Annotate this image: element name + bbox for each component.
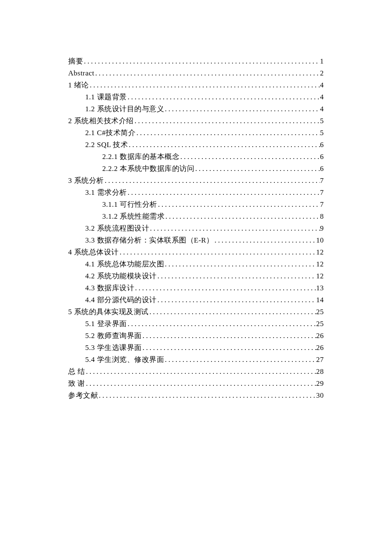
toc-entry-page: 13 (316, 282, 324, 294)
toc-entry-title: 参考文献 (68, 390, 98, 402)
toc-entry: 摘要1 (68, 55, 324, 67)
toc-entry-title: 2 系统相关技术介绍 (68, 115, 134, 127)
toc-entry-page: 25 (316, 306, 324, 318)
toc-entry: 3 系统分析7 (68, 175, 324, 187)
toc-entry-title: 3.1.1 可行性分析 (102, 199, 157, 211)
toc-entry-page: 5 (320, 127, 324, 139)
toc-entry: 致 谢29 (68, 378, 324, 390)
toc-leader-dots (164, 258, 316, 270)
toc-entry: 4.4 部分源代码的设计14 (68, 294, 324, 306)
toc-leader-dots (149, 223, 320, 234)
toc-leader-dots (128, 139, 320, 151)
toc-entry: 3.3 数据存储分析：实体联系图（E-R）10 (68, 234, 324, 246)
toc-entry-page: 26 (316, 330, 324, 342)
toc-entry-page: 6 (320, 151, 324, 163)
toc-entry-title: 5.2 教师查询界面 (85, 330, 142, 342)
toc-entry: 1.1 课题背景4 (68, 91, 324, 103)
toc-entry: 3.1 需求分析7 (68, 187, 324, 199)
toc-leader-dots (119, 246, 316, 258)
toc-entry-page: 7 (320, 199, 324, 211)
toc-entry: 1.2 系统设计目的与意义4 (68, 103, 324, 115)
toc-entry-title: 4.2 系统功能模块设计 (85, 270, 157, 282)
toc-entry-page: 12 (316, 246, 324, 258)
table-of-contents: 摘要1Abstract21 绪论41.1 课题背景41.2 系统设计目的与意义4… (68, 55, 324, 402)
toc-leader-dots (164, 103, 320, 115)
toc-entry-title: 致 谢 (68, 378, 85, 390)
toc-entry-title: 总 结 (68, 366, 85, 378)
toc-entry: 4.3 数据库设计13 (68, 282, 324, 294)
toc-entry-page: 28 (316, 366, 324, 378)
toc-entry-page: 4 (320, 79, 324, 91)
toc-leader-dots (149, 306, 316, 318)
toc-entry-page: 8 (320, 211, 324, 223)
toc-leader-dots (85, 366, 316, 378)
toc-entry: 2.1 C#技术简介5 (68, 127, 324, 139)
toc-entry: 参考文献30 (68, 390, 324, 402)
toc-entry-title: 3.2 系统流程图设计 (85, 223, 149, 234)
toc-leader-dots (135, 127, 320, 139)
toc-entry-page: 27 (316, 354, 324, 366)
toc-entry-title: 摘要 (68, 55, 83, 67)
toc-entry: 2.2.1 数据库的基本概念6 (68, 151, 324, 163)
toc-leader-dots (98, 390, 316, 402)
toc-entry-title: 4 系统总体设计 (68, 246, 119, 258)
toc-leader-dots (89, 79, 320, 91)
toc-entry: 5 系统的具体实现及测试25 (68, 306, 324, 318)
toc-entry-page: 12 (316, 258, 324, 270)
toc-entry-page: 7 (320, 187, 324, 199)
toc-entry-page: 14 (316, 294, 324, 306)
toc-entry-title: 4.1 系统总体功能层次图 (85, 258, 164, 270)
toc-leader-dots (127, 187, 320, 199)
toc-leader-dots (157, 294, 317, 306)
toc-entry: 5.2 教师查询界面26 (68, 330, 324, 342)
toc-leader-dots (134, 115, 320, 127)
toc-entry: 5.1 登录界面25 (68, 318, 324, 330)
toc-entry-title: 3 系统分析 (68, 175, 104, 187)
toc-entry-title: 1 绪论 (68, 79, 89, 91)
toc-entry-title: 4.3 数据库设计 (85, 282, 134, 294)
toc-entry-page: 26 (316, 342, 324, 354)
toc-leader-dots (164, 211, 320, 223)
toc-entry-page: 7 (320, 175, 324, 187)
toc-entry-title: 1.1 课题背景 (85, 91, 127, 103)
toc-leader-dots (164, 354, 316, 366)
toc-entry-title: 5.3 学生选课界面 (85, 342, 142, 354)
toc-entry-title: 2.2.1 数据库的基本概念 (102, 151, 179, 163)
toc-entry: 4 系统总体设计12 (68, 246, 324, 258)
toc-entry: Abstract2 (68, 67, 324, 79)
toc-entry-title: 2.2 SQL 技术 (85, 139, 128, 151)
toc-leader-dots (194, 163, 320, 175)
toc-entry-title: 5 系统的具体实现及测试 (68, 306, 149, 318)
toc-entry-page: 25 (316, 318, 324, 330)
toc-entry: 1 绪论4 (68, 79, 324, 91)
toc-entry: 3.2 系统流程图设计9 (68, 223, 324, 234)
toc-entry-title: 3.1.2 系统性能需求 (102, 211, 164, 223)
toc-entry-page: 2 (320, 67, 324, 79)
toc-entry-title: 3.3 数据存储分析：实体联系图（E-R） (85, 234, 213, 246)
toc-leader-dots (157, 199, 320, 211)
toc-entry-page: 9 (320, 223, 324, 234)
toc-entry-title: 2.2.2 本系统中数据库的访问 (102, 163, 194, 175)
toc-entry-page: 4 (320, 103, 324, 115)
toc-entry: 总 结28 (68, 366, 324, 378)
toc-entry-page: 5 (320, 115, 324, 127)
toc-entry-page: 4 (320, 91, 324, 103)
toc-entry-page: 6 (320, 139, 324, 151)
toc-entry: 5.4 学生浏览、修改界面27 (68, 354, 324, 366)
toc-entry-title: Abstract (68, 67, 95, 79)
toc-leader-dots (142, 330, 317, 342)
toc-leader-dots (127, 91, 320, 103)
toc-entry-page: 1 (320, 55, 324, 67)
toc-entry: 3.1.1 可行性分析7 (68, 199, 324, 211)
toc-entry-title: 5.1 登录界面 (85, 318, 127, 330)
toc-entry: 2.2.2 本系统中数据库的访问6 (68, 163, 324, 175)
toc-entry-title: 1.2 系统设计目的与意义 (85, 103, 164, 115)
toc-entry: 4.1 系统总体功能层次图12 (68, 258, 324, 270)
toc-entry: 4.2 系统功能模块设计12 (68, 270, 324, 282)
toc-leader-dots (104, 175, 320, 187)
toc-leader-dots (142, 342, 317, 354)
toc-entry-page: 12 (316, 270, 324, 282)
toc-entry-page: 6 (320, 163, 324, 175)
toc-leader-dots (95, 67, 320, 79)
toc-leader-dots (127, 318, 317, 330)
